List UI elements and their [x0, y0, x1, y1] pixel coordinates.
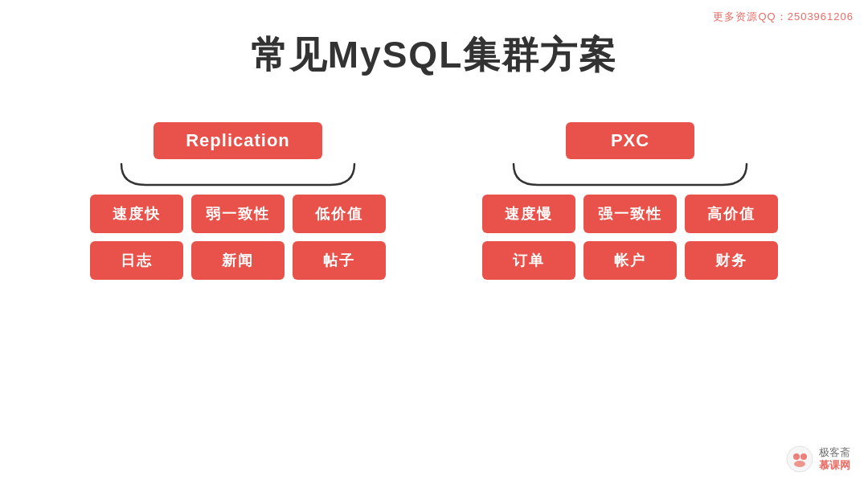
svg-point-1	[793, 453, 800, 460]
svg-point-3	[794, 461, 805, 467]
pxc-brace	[482, 162, 778, 188]
pxc-group: PXC 速度慢 强一致性 高价值 订单 帐户 财务	[482, 122, 778, 280]
svg-point-0	[787, 446, 813, 472]
replication-group: Replication 速度快 弱一致性 低价值 日志 新闻 帖子	[90, 122, 386, 280]
logo-icon	[785, 445, 814, 474]
logo-top: 极客斋	[819, 446, 850, 459]
grid-cell: 财务	[685, 241, 778, 280]
page-wrapper: 更多资源QQ：2503961206 常见MySQL集群方案 Replicatio…	[0, 0, 868, 488]
pxc-grid: 速度慢 强一致性 高价值 订单 帐户 财务	[482, 195, 778, 280]
grid-cell: 低价值	[293, 195, 386, 233]
grid-cell: 弱一致性	[191, 195, 285, 233]
grid-cell: 速度快	[90, 195, 183, 233]
diagram-area: Replication 速度快 弱一致性 低价值 日志 新闻 帖子 PXC	[0, 122, 868, 280]
logo-area: 极客斋 慕课网	[785, 445, 850, 474]
grid-cell: 帖子	[293, 241, 386, 280]
grid-cell: 订单	[482, 241, 575, 280]
replication-grid: 速度快 弱一致性 低价值 日志 新闻 帖子	[90, 195, 386, 280]
logo-text: 极客斋 慕课网	[819, 446, 850, 471]
page-title: 常见MySQL集群方案	[251, 31, 617, 80]
grid-cell: 新闻	[191, 241, 285, 280]
logo-bottom: 慕课网	[819, 459, 850, 472]
watermark: 更多资源QQ：2503961206	[713, 10, 854, 24]
grid-cell: 强一致性	[583, 195, 677, 233]
grid-cell: 帐户	[583, 241, 677, 280]
svg-point-2	[800, 453, 807, 460]
grid-cell: 日志	[90, 241, 183, 280]
pxc-label: PXC	[566, 122, 694, 159]
replication-label: Replication	[154, 122, 322, 159]
replication-brace	[90, 162, 386, 188]
grid-cell: 速度慢	[482, 195, 575, 233]
grid-cell: 高价值	[685, 195, 778, 233]
